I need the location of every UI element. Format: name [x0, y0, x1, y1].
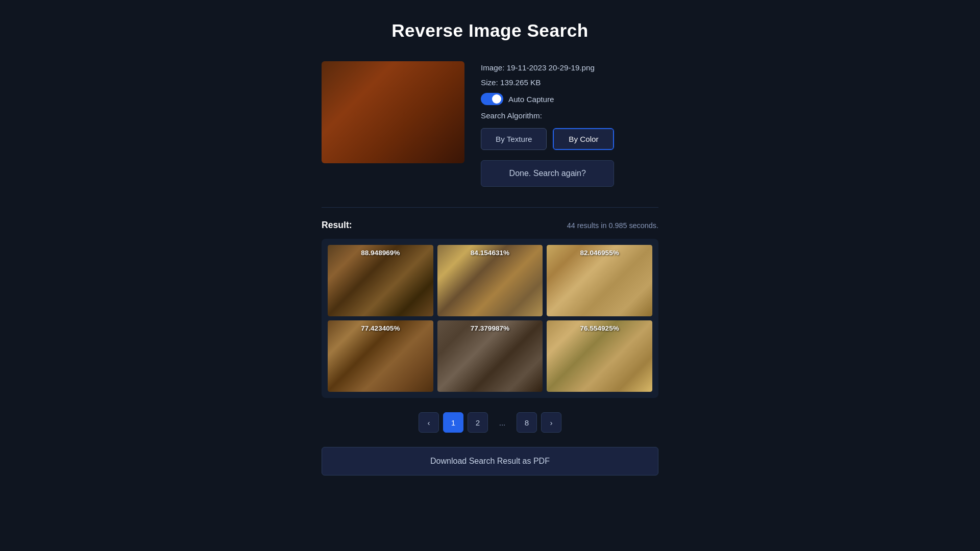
auto-capture-toggle[interactable] — [481, 93, 503, 105]
result-item[interactable]: 88.948969% — [328, 245, 433, 316]
by-texture-button[interactable]: By Texture — [481, 128, 547, 150]
result-item[interactable]: 76.554925% — [547, 320, 652, 392]
section-divider — [322, 207, 658, 208]
page-8-button[interactable]: 8 — [517, 412, 537, 433]
results-grid: 88.948969%84.154631%82.046955%77.423405%… — [328, 245, 652, 392]
result-score: 77.379987% — [437, 324, 543, 332]
page-ellipsis: ... — [492, 412, 512, 433]
image-info: Image: 19-11-2023 20-29-19.png Size: 139… — [481, 61, 614, 187]
page-title: Reverse Image Search — [391, 20, 589, 41]
results-label: Result: — [322, 220, 352, 231]
result-score: 82.046955% — [547, 249, 652, 257]
filename-value: 19-11-2023 20-29-19.png — [507, 63, 595, 72]
image-filename: Image: 19-11-2023 20-29-19.png — [481, 63, 614, 72]
pagination: ‹ 1 2 ... 8 › — [322, 412, 658, 433]
page-2-button[interactable]: 2 — [468, 412, 488, 433]
next-page-button[interactable]: › — [541, 412, 561, 433]
by-color-button[interactable]: By Color — [553, 128, 614, 150]
main-container: Image: 19-11-2023 20-29-19.png Size: 139… — [322, 61, 658, 475]
result-score: 76.554925% — [547, 324, 652, 332]
image-preview — [322, 61, 464, 163]
result-item[interactable]: 84.154631% — [437, 245, 543, 316]
results-count: 44 results in 0.985 seconds. — [567, 221, 658, 230]
results-grid-wrapper: 88.948969%84.154631%82.046955%77.423405%… — [322, 239, 658, 398]
search-again-button[interactable]: Done. Search again? — [481, 160, 614, 187]
image-size: Size: 139.265 KB — [481, 78, 614, 87]
filename-label: Image: — [481, 63, 504, 72]
page-1-button[interactable]: 1 — [443, 412, 463, 433]
result-score: 88.948969% — [328, 249, 433, 257]
upload-section: Image: 19-11-2023 20-29-19.png Size: 139… — [322, 61, 658, 187]
result-score: 84.154631% — [437, 249, 543, 257]
search-algorithm-label: Search Algorithm: — [481, 111, 614, 120]
size-value: 139.265 KB — [500, 78, 541, 87]
size-label: Size: — [481, 78, 498, 87]
prev-page-button[interactable]: ‹ — [419, 412, 439, 433]
results-header: Result: 44 results in 0.985 seconds. — [322, 220, 658, 231]
result-score: 77.423405% — [328, 324, 433, 332]
toggle-track — [481, 93, 503, 105]
auto-capture-row: Auto Capture — [481, 93, 614, 105]
download-pdf-button[interactable]: Download Search Result as PDF — [322, 447, 658, 475]
auto-capture-label: Auto Capture — [508, 95, 554, 104]
result-item[interactable]: 82.046955% — [547, 245, 652, 316]
toggle-thumb — [492, 94, 501, 104]
result-item[interactable]: 77.423405% — [328, 320, 433, 392]
algorithm-buttons: By Texture By Color — [481, 128, 614, 150]
result-item[interactable]: 77.379987% — [437, 320, 543, 392]
